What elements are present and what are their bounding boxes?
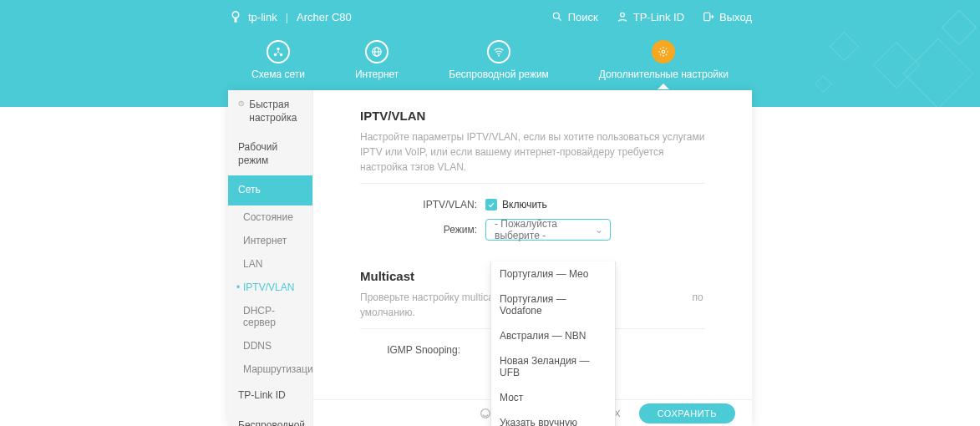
search-label: Поиск	[568, 11, 598, 23]
sidebar-tplink-id[interactable]: TP-Link ID	[228, 381, 312, 411]
sidebar-sub-internet[interactable]: Интернет	[228, 229, 312, 252]
sidebar-sub-lan[interactable]: LAN	[228, 252, 312, 276]
tplinkid-link[interactable]: TP-Link ID	[617, 11, 684, 23]
nav-network-map[interactable]: Схема сети	[251, 40, 305, 89]
svg-line-3	[558, 18, 561, 21]
logout-icon	[703, 11, 714, 23]
tplink-logo-icon	[228, 9, 243, 24]
select-value: - Пожалуйста выберите -	[495, 218, 602, 241]
brand-text: tp-link	[248, 11, 277, 23]
mode-option[interactable]: Мост	[491, 385, 615, 410]
nav-internet[interactable]: Интернет	[355, 40, 399, 89]
label-igmp: IGMP Snooping:	[360, 344, 469, 356]
nav-wireless[interactable]: Беспроводной режим	[449, 40, 549, 89]
row-iptv-enable: IPTV/VLAN: Включить	[360, 199, 705, 210]
nav-label: Схема сети	[251, 68, 305, 80]
label-mode: Режим:	[360, 224, 485, 236]
checkbox-enable[interactable]	[485, 199, 497, 210]
top-bar: tp-link | Archer C80 Поиск TP-Link ID Вы…	[228, 0, 752, 33]
sidebar-wireless[interactable]: Беспроводной режим	[228, 411, 312, 426]
sidebar-sub-iptv[interactable]: IPTV/VLAN	[228, 276, 312, 299]
svg-point-12	[498, 55, 500, 57]
label-iptv: IPTV/VLAN:	[360, 199, 485, 210]
sidebar-sub-ddns[interactable]: DDNS	[228, 334, 312, 358]
save-button[interactable]: СОХРАНИТЬ	[639, 403, 735, 423]
gear-icon	[658, 46, 669, 58]
sidebar-label: Быстрая настройка	[249, 99, 304, 124]
network-map-icon	[272, 46, 284, 58]
search-link[interactable]: Поиск	[551, 11, 598, 23]
mode-option[interactable]: Указать вручную	[491, 410, 615, 426]
logout-label: Выход	[719, 11, 752, 23]
tplinkid-label: TP-Link ID	[633, 11, 684, 23]
user-icon	[617, 11, 628, 23]
globe-icon	[371, 46, 383, 58]
mode-option[interactable]: Португалия — Meo	[491, 261, 615, 287]
divider: |	[286, 11, 288, 23]
nav-advanced[interactable]: Дополнительные настройки	[599, 40, 729, 89]
enable-text: Включить	[502, 199, 547, 210]
sidebar-sub-dhcp[interactable]: DHCP-сервер	[228, 299, 312, 334]
svg-point-2	[553, 13, 559, 18]
mode-select[interactable]: - Пожалуйста выберите - ⌄	[485, 219, 611, 241]
nav-label: Интернет	[355, 68, 399, 80]
brand-logo: tp-link	[228, 9, 277, 24]
mode-option[interactable]: Португалия — Vodafone	[491, 287, 615, 323]
main-panel: Быстрая настройка Рабочий режим Сеть Сос…	[228, 90, 752, 426]
quick-icon	[238, 99, 244, 109]
svg-point-4	[620, 13, 624, 17]
mode-dropdown: Португалия — Meo Португалия — Vodafone А…	[490, 261, 616, 426]
section-title-iptv: IPTV/VLAN	[360, 109, 705, 123]
svg-point-6	[277, 48, 280, 51]
sidebar-operation-mode[interactable]: Рабочий режим	[228, 133, 312, 175]
section-desc-iptv: Настройте параметры IPTV/VLAN, если вы х…	[360, 129, 705, 184]
logout-link[interactable]: Выход	[703, 11, 752, 23]
sidebar-sub-routing[interactable]: Маршрутизация	[228, 358, 312, 381]
chevron-down-icon: ⌄	[595, 224, 603, 236]
mode-option[interactable]: Австралия — NBN	[491, 323, 615, 348]
sidebar-sub-status[interactable]: Состояние	[228, 205, 312, 229]
search-icon	[551, 11, 563, 23]
sidebar-quick-setup[interactable]: Быстрая настройка	[228, 90, 312, 133]
svg-point-13	[663, 50, 666, 53]
svg-point-0	[232, 12, 239, 18]
row-mode: Режим: - Пожалуйста выберите - ⌄	[360, 219, 705, 241]
nav-label: Беспроводной режим	[449, 68, 549, 80]
svg-rect-5	[704, 13, 710, 20]
model-name: Archer C80	[297, 11, 352, 23]
content-area: IPTV/VLAN Настройте параметры IPTV/VLAN,…	[313, 90, 752, 426]
svg-rect-1	[235, 18, 237, 23]
main-nav: Схема сети Интернет Беспроводной режим Д…	[0, 40, 980, 89]
nav-label: Дополнительные настройки	[599, 68, 729, 80]
sidebar-network[interactable]: Сеть	[228, 175, 312, 205]
mode-option[interactable]: Новая Зеландия — UFB	[491, 348, 615, 385]
wifi-icon	[493, 46, 505, 58]
active-indicator	[658, 84, 669, 89]
sidebar: Быстрая настройка Рабочий режим Сеть Сос…	[228, 90, 313, 426]
